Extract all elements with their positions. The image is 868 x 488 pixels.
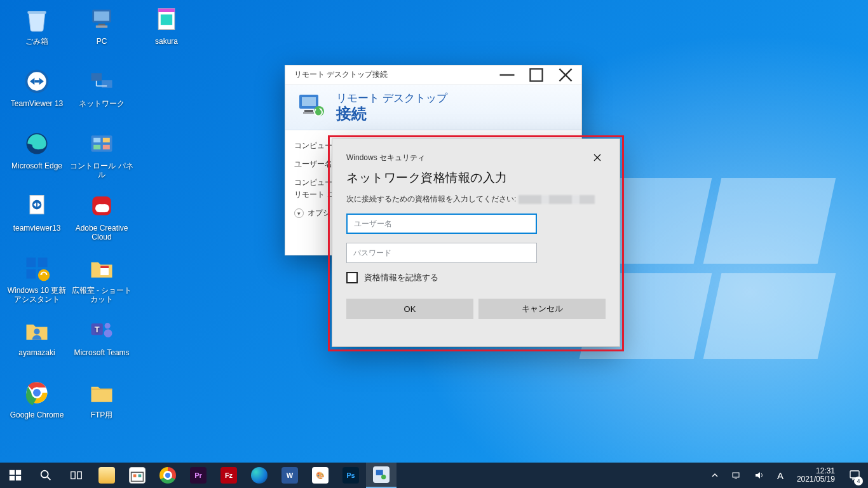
- desktop-icon-label: teamviewer13: [5, 224, 69, 233]
- remember-credentials-checkbox[interactable]: 資格情報を記憶する: [346, 272, 606, 283]
- svg-rect-57: [303, 112, 315, 114]
- desktop-icon-cpanel[interactable]: コントロール パネル: [70, 128, 133, 186]
- taskbar-edge[interactable]: [244, 463, 275, 488]
- desktop-icon-label: コントロール パネル: [70, 161, 133, 179]
- tray-network-icon[interactable]: [728, 463, 745, 488]
- svg-rect-55: [302, 97, 316, 106]
- notification-badge: 4: [854, 477, 863, 485]
- svg-rect-6: [158, 9, 175, 13]
- cancel-button[interactable]: キャンセル: [478, 299, 606, 319]
- desktop-icon-label: Adobe Creative Cloud: [70, 224, 133, 241]
- svg-rect-73: [376, 470, 383, 475]
- taskbar-filezilla[interactable]: Fz: [214, 463, 244, 488]
- svg-rect-7: [161, 15, 172, 25]
- taskbar-premiere[interactable]: Pr: [183, 463, 214, 488]
- taskbar-word[interactable]: W: [275, 463, 305, 488]
- svg-rect-22: [103, 145, 110, 149]
- start-button[interactable]: [0, 463, 31, 488]
- desktop-icon-label: Windows 10 更新アシスタント: [5, 286, 69, 304]
- adobecc-icon: [86, 191, 117, 221]
- trash-icon: [22, 4, 52, 34]
- username-field[interactable]: [346, 214, 537, 234]
- svg-rect-4: [96, 25, 107, 28]
- taskbar-rdp[interactable]: [366, 463, 397, 488]
- search-icon: [39, 468, 53, 482]
- svg-rect-76: [735, 478, 737, 478]
- svg-rect-19: [93, 138, 100, 142]
- taskbar-chrome[interactable]: [153, 463, 183, 488]
- svg-rect-71: [133, 474, 137, 477]
- svg-rect-56: [304, 110, 313, 112]
- tray-ime[interactable]: A: [774, 463, 787, 488]
- windows-security-dialog: Windows セキュリティ ネットワーク資格情報の入力 次に接続するための資格…: [332, 139, 620, 347]
- action-center-button[interactable]: 4: [845, 463, 864, 488]
- svg-rect-63: [16, 470, 21, 475]
- svg-rect-0: [27, 11, 46, 14]
- desktop-icon-edge[interactable]: Microsoft Edge: [5, 128, 69, 186]
- system-tray: A 12:31 2021/05/19 4: [704, 463, 868, 488]
- desktop-icon-teams[interactable]: TMicrosoft Teams: [70, 315, 133, 372]
- desktop-icon-adobecc[interactable]: Adobe Creative Cloud: [70, 191, 133, 248]
- svg-point-35: [38, 269, 50, 281]
- svg-rect-72: [139, 474, 142, 477]
- svg-rect-38: [100, 266, 109, 268]
- desktop-icon-folder-doc[interactable]: 広報室 - ショートカット: [70, 253, 133, 310]
- svg-text:T: T: [95, 325, 100, 334]
- password-field[interactable]: [346, 243, 537, 263]
- svg-rect-68: [71, 472, 75, 479]
- desktop-icon-pc[interactable]: PC: [70, 4, 133, 61]
- svg-rect-32: [38, 258, 48, 268]
- checkbox-icon: [346, 272, 358, 283]
- svg-rect-69: [78, 472, 81, 479]
- taskbar-paint[interactable]: 🎨: [305, 463, 336, 488]
- task-view-button[interactable]: [61, 463, 92, 488]
- desktop-icon-tv-doc[interactable]: teamviewer13: [5, 191, 69, 248]
- svg-rect-2: [94, 11, 109, 21]
- desktop-icon-folder[interactable]: FTP用: [70, 377, 133, 435]
- minimize-button[interactable]: [492, 65, 522, 85]
- ok-button[interactable]: OK: [346, 299, 473, 319]
- svg-rect-14: [102, 80, 112, 88]
- folder-user-icon: [22, 315, 52, 346]
- desktop-icon-chrome[interactable]: Google Chrome: [5, 377, 69, 435]
- desktop-icon-trash[interactable]: ごみ箱: [5, 4, 69, 61]
- tray-volume-icon[interactable]: [751, 463, 768, 488]
- svg-rect-65: [16, 476, 21, 480]
- dialog-close-button[interactable]: [589, 149, 606, 166]
- desktop-icon-folder-user[interactable]: ayamazaki: [5, 315, 69, 372]
- svg-rect-13: [92, 73, 102, 81]
- close-button[interactable]: [551, 65, 580, 85]
- desktop-icon-label: TeamViewer 13: [5, 99, 69, 108]
- svg-rect-3: [98, 24, 105, 25]
- desktop-icon-label: ネットワーク: [70, 99, 133, 108]
- teamviewer-icon: [22, 66, 52, 97]
- desktop-icon-label: Google Chrome: [5, 410, 69, 419]
- taskbar-search[interactable]: [31, 463, 61, 488]
- svg-point-66: [41, 471, 48, 478]
- maximize-button[interactable]: [522, 65, 551, 85]
- svg-rect-51: [530, 69, 542, 81]
- desktop-icon-label: ごみ箱: [5, 37, 69, 46]
- tray-overflow[interactable]: [708, 463, 722, 488]
- desktop-icon-label: 広報室 - ショートカット: [70, 286, 133, 304]
- svg-rect-21: [93, 145, 100, 149]
- taskbar-explorer[interactable]: [92, 463, 122, 488]
- svg-point-74: [381, 475, 386, 479]
- edge-icon: [22, 128, 52, 159]
- desktop-icon-teamviewer[interactable]: TeamViewer 13: [5, 66, 69, 123]
- taskbar: Pr Fz W 🎨 Ps A 12:31 2021/05/19 4: [0, 463, 868, 488]
- svg-rect-43: [104, 329, 112, 337]
- desktop-icon-label: sakura: [135, 37, 198, 46]
- taskbar-photoshop[interactable]: Ps: [336, 463, 366, 488]
- tv-doc-icon: [22, 191, 52, 221]
- folder-doc-icon: [86, 253, 117, 283]
- taskbar-store[interactable]: [122, 463, 153, 488]
- tray-clock[interactable]: 12:31 2021/05/19: [793, 467, 839, 484]
- desktop-icon-updasst[interactable]: Windows 10 更新アシスタント: [5, 253, 69, 310]
- desktop-icon-network[interactable]: ネットワーク: [70, 66, 133, 123]
- rdp-banner-line1: リモート デスクトップ: [336, 92, 447, 105]
- svg-rect-20: [103, 138, 110, 142]
- desktop-icon-notepad[interactable]: sakura: [135, 4, 198, 61]
- network-icon: [86, 66, 117, 97]
- svg-rect-33: [27, 269, 36, 279]
